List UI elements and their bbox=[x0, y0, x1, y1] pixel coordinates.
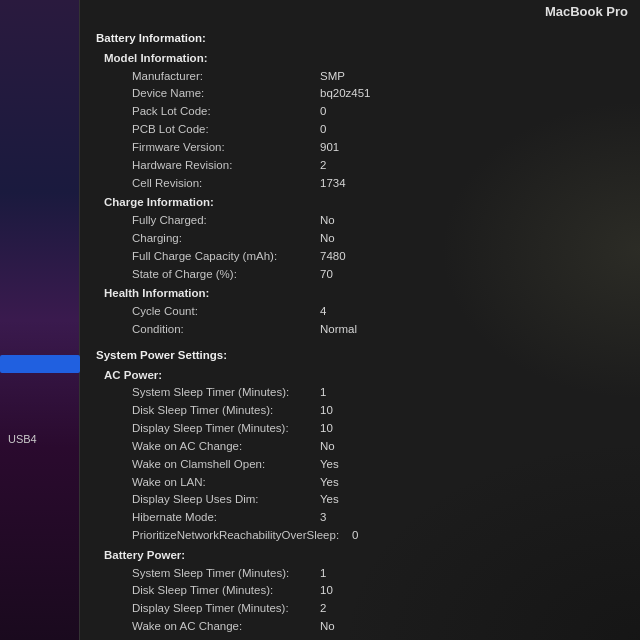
model-info-header: Model Information: bbox=[104, 50, 624, 68]
charging-value: No bbox=[320, 230, 335, 248]
ac-wake-change-value: No bbox=[320, 438, 335, 456]
ac-hibernate-label: Hibernate Mode: bbox=[132, 509, 320, 527]
ac-wake-clamshell-label: Wake on Clamshell Open: bbox=[132, 456, 320, 474]
bat-disk-sleep-row: Disk Sleep Timer (Minutes): 10 bbox=[132, 582, 624, 600]
ac-display-sleep-label: Display Sleep Timer (Minutes): bbox=[132, 420, 320, 438]
ac-hibernate-row: Hibernate Mode: 3 bbox=[132, 509, 624, 527]
cycle-count-row: Cycle Count: 4 bbox=[132, 303, 624, 321]
ac-display-dim-row: Display Sleep Uses Dim: Yes bbox=[132, 491, 624, 509]
ac-power-header: AC Power: bbox=[104, 367, 624, 385]
battery-section-header: Battery Information: bbox=[96, 30, 624, 48]
state-of-charge-value: 70 bbox=[320, 266, 333, 284]
device-name-label: Device Name: bbox=[132, 85, 320, 103]
battery-power-header: Battery Power: bbox=[104, 547, 624, 565]
content-panel: Battery Information: Model Information: … bbox=[80, 18, 640, 640]
device-name-row: Device Name: bq20z451 bbox=[132, 85, 624, 103]
ac-wake-clamshell-value: Yes bbox=[320, 456, 339, 474]
pcb-lot-row: PCB Lot Code: 0 bbox=[132, 121, 624, 139]
manufacturer-label: Manufacturer: bbox=[132, 68, 320, 86]
ac-prioritize-label: PrioritizeNetworkReachabilityOverSleep: bbox=[132, 527, 352, 545]
ac-wake-change-row: Wake on AC Change: No bbox=[132, 438, 624, 456]
bat-wake-clamshell-row: Wake on Clamshell Open: Yes bbox=[132, 636, 624, 640]
sidebar: USB4 bbox=[0, 0, 80, 640]
bat-wake-change-row: Wake on AC Change: No bbox=[132, 618, 624, 636]
hardware-label: Hardware Revision: bbox=[132, 157, 320, 175]
ac-display-sleep-row: Display Sleep Timer (Minutes): 10 bbox=[132, 420, 624, 438]
ac-display-dim-value: Yes bbox=[320, 491, 339, 509]
firmware-value: 901 bbox=[320, 139, 339, 157]
state-of-charge-label: State of Charge (%): bbox=[132, 266, 320, 284]
ac-wake-lan-row: Wake on LAN: Yes bbox=[132, 474, 624, 492]
ac-wake-change-label: Wake on AC Change: bbox=[132, 438, 320, 456]
firmware-label: Firmware Version: bbox=[132, 139, 320, 157]
bat-system-sleep-value: 1 bbox=[320, 565, 326, 583]
ac-disk-sleep-row: Disk Sleep Timer (Minutes): 10 bbox=[132, 402, 624, 420]
pack-lot-label: Pack Lot Code: bbox=[132, 103, 320, 121]
main-content: MacBook Pro Battery Information: Model I… bbox=[80, 0, 640, 640]
ac-wake-lan-label: Wake on LAN: bbox=[132, 474, 320, 492]
bat-display-sleep-value: 2 bbox=[320, 600, 326, 618]
ac-disk-sleep-value: 10 bbox=[320, 402, 333, 420]
charging-row: Charging: No bbox=[132, 230, 624, 248]
ac-system-sleep-value: 1 bbox=[320, 384, 326, 402]
ac-disk-sleep-label: Disk Sleep Timer (Minutes): bbox=[132, 402, 320, 420]
manufacturer-value: SMP bbox=[320, 68, 345, 86]
ac-prioritize-row: PrioritizeNetworkReachabilityOverSleep: … bbox=[132, 527, 624, 545]
bat-disk-sleep-value: 10 bbox=[320, 582, 333, 600]
fully-charged-label: Fully Charged: bbox=[132, 212, 320, 230]
ac-system-sleep-label: System Sleep Timer (Minutes): bbox=[132, 384, 320, 402]
bat-wake-change-value: No bbox=[320, 618, 335, 636]
health-info-header: Health Information: bbox=[104, 285, 624, 303]
full-capacity-label: Full Charge Capacity (mAh): bbox=[132, 248, 320, 266]
bat-disk-sleep-label: Disk Sleep Timer (Minutes): bbox=[132, 582, 320, 600]
ac-prioritize-value: 0 bbox=[352, 527, 358, 545]
full-capacity-row: Full Charge Capacity (mAh): 7480 bbox=[132, 248, 624, 266]
fully-charged-value: No bbox=[320, 212, 335, 230]
ac-display-sleep-value: 10 bbox=[320, 420, 333, 438]
charge-info-header: Charge Information: bbox=[104, 194, 624, 212]
bat-wake-clamshell-value: Yes bbox=[320, 636, 339, 640]
ac-wake-clamshell-row: Wake on Clamshell Open: Yes bbox=[132, 456, 624, 474]
pcb-lot-label: PCB Lot Code: bbox=[132, 121, 320, 139]
ac-hibernate-value: 3 bbox=[320, 509, 326, 527]
pack-lot-row: Pack Lot Code: 0 bbox=[132, 103, 624, 121]
full-capacity-value: 7480 bbox=[320, 248, 346, 266]
cell-value: 1734 bbox=[320, 175, 346, 193]
cycle-count-value: 4 bbox=[320, 303, 326, 321]
bat-display-sleep-row: Display Sleep Timer (Minutes): 2 bbox=[132, 600, 624, 618]
pcb-lot-value: 0 bbox=[320, 121, 326, 139]
sidebar-active-indicator bbox=[0, 355, 80, 373]
fully-charged-row: Fully Charged: No bbox=[132, 212, 624, 230]
ac-wake-lan-value: Yes bbox=[320, 474, 339, 492]
cell-row: Cell Revision: 1734 bbox=[132, 175, 624, 193]
bat-wake-change-label: Wake on AC Change: bbox=[132, 618, 320, 636]
power-section-header: System Power Settings: bbox=[96, 347, 624, 365]
bat-system-sleep-label: System Sleep Timer (Minutes): bbox=[132, 565, 320, 583]
manufacturer-row: Manufacturer: SMP bbox=[132, 68, 624, 86]
cycle-count-label: Cycle Count: bbox=[132, 303, 320, 321]
charging-label: Charging: bbox=[132, 230, 320, 248]
pack-lot-value: 0 bbox=[320, 103, 326, 121]
ac-system-sleep-row: System Sleep Timer (Minutes): 1 bbox=[132, 384, 624, 402]
ac-display-dim-label: Display Sleep Uses Dim: bbox=[132, 491, 320, 509]
condition-value: Normal bbox=[320, 321, 357, 339]
bat-display-sleep-label: Display Sleep Timer (Minutes): bbox=[132, 600, 320, 618]
sidebar-usb-label: USB4 bbox=[8, 433, 37, 445]
hardware-row: Hardware Revision: 2 bbox=[132, 157, 624, 175]
state-of-charge-row: State of Charge (%): 70 bbox=[132, 266, 624, 284]
condition-row: Condition: Normal bbox=[132, 321, 624, 339]
condition-label: Condition: bbox=[132, 321, 320, 339]
firmware-row: Firmware Version: 901 bbox=[132, 139, 624, 157]
cell-label: Cell Revision: bbox=[132, 175, 320, 193]
bat-wake-clamshell-label: Wake on Clamshell Open: bbox=[132, 636, 320, 640]
device-name-value: bq20z451 bbox=[320, 85, 371, 103]
bat-system-sleep-row: System Sleep Timer (Minutes): 1 bbox=[132, 565, 624, 583]
hardware-value: 2 bbox=[320, 157, 326, 175]
